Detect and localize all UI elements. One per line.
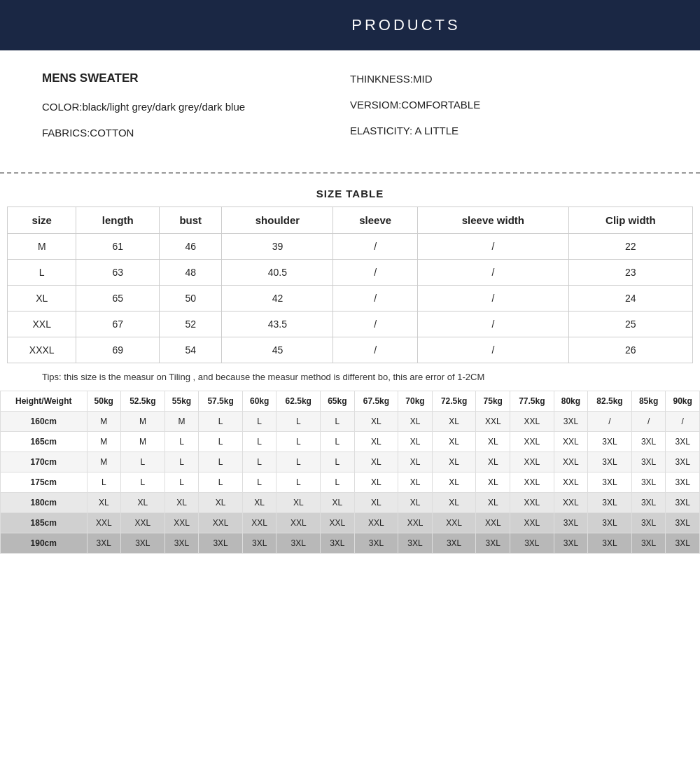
wh-size-cell: 3XL [354, 533, 398, 554]
table-row: 160cmMMMLLLLXLXLXLXXLXXL3XL/// [1, 412, 700, 432]
size-table-col-header: shoulder [222, 207, 333, 234]
wh-size-cell: XL [398, 432, 433, 452]
wh-size-cell: 3XL [631, 472, 666, 493]
wh-size-cell: 3XL [588, 432, 632, 452]
wh-size-cell: L [199, 412, 243, 432]
wh-size-cell: 3XL [666, 513, 700, 533]
table-row: 180cmXLXLXLXLXLXLXLXLXLXLXLXXLXXL3XL3XL3… [1, 493, 700, 513]
size-table-col-header: sleeve width [417, 207, 568, 234]
wh-size-cell: 3XL [554, 412, 588, 432]
wh-size-cell: L [121, 452, 165, 472]
product-color: COLOR:black/light grey/dark grey/dark bl… [42, 99, 350, 114]
wh-size-cell: 3XL [476, 533, 510, 554]
table-cell: 48 [160, 260, 222, 286]
wh-size-cell: 3XL [588, 533, 632, 554]
wh-col-header: 57.5kg [199, 391, 243, 412]
wh-size-cell: XL [354, 432, 398, 452]
table-cell: 52 [160, 312, 222, 337]
table-cell: 45 [222, 337, 333, 363]
wh-size-cell: 3XL [631, 493, 666, 513]
wh-table-header-row: Height/Weight50kg52.5kg55kg57.5kg60kg62.… [1, 391, 700, 412]
size-table-section: SIZE TABLE sizelengthbustshouldersleeves… [0, 188, 700, 363]
wh-size-cell: XL [354, 412, 398, 432]
size-table-title: SIZE TABLE [7, 188, 693, 200]
wh-height-label: 185cm [1, 513, 88, 533]
table-cell: 26 [568, 337, 692, 363]
table-cell: 42 [222, 286, 333, 312]
product-fabrics: FABRICS:COTTON [42, 125, 350, 140]
wh-col-header: 67.5kg [354, 391, 398, 412]
wh-size-cell: 3XL [276, 533, 321, 554]
wh-table-section: Height/Weight50kg52.5kg55kg57.5kg60kg62.… [0, 391, 700, 554]
header-title-area: PRODUCTS [112, 16, 700, 34]
table-cell: XXXL [8, 337, 76, 363]
wh-col-header: 77.5kg [510, 391, 554, 412]
size-table-col-header: sleeve [333, 207, 418, 234]
wh-size-cell: L [321, 412, 355, 432]
product-info: MENS SWEATER COLOR:black/light grey/dark… [0, 50, 700, 165]
wh-size-cell: XXL [510, 412, 554, 432]
wh-size-cell: L [321, 452, 355, 472]
table-row: XL655042//24 [8, 286, 693, 312]
wh-size-cell: XXL [554, 472, 588, 493]
size-table-header-row: sizelengthbustshouldersleevesleeve width… [8, 207, 693, 234]
table-cell: 24 [568, 286, 692, 312]
tips-text: Tips: this size is the measur on Tiling … [0, 363, 700, 391]
table-cell: 50 [160, 286, 222, 312]
wh-col-header: 80kg [554, 391, 588, 412]
wh-size-cell: XXL [476, 513, 510, 533]
page-title: PRODUCTS [351, 16, 460, 34]
wh-size-cell: XL [398, 412, 433, 432]
wh-size-cell: M [121, 432, 165, 452]
table-row: 190cm3XL3XL3XL3XL3XL3XL3XL3XL3XL3XL3XL3X… [1, 533, 700, 554]
wh-size-cell: XL [87, 493, 121, 513]
wh-size-cell: / [666, 412, 700, 432]
wh-height-label: 180cm [1, 493, 88, 513]
wh-size-cell: 3XL [588, 452, 632, 472]
wh-size-cell: L [199, 472, 243, 493]
wh-size-cell: L [199, 432, 243, 452]
wh-size-cell: 3XL [398, 533, 433, 554]
wh-table: Height/Weight50kg52.5kg55kg57.5kg60kg62.… [0, 391, 700, 554]
table-cell: / [333, 337, 418, 363]
table-cell: 69 [76, 337, 160, 363]
wh-size-cell: 3XL [554, 533, 588, 554]
section-divider [0, 172, 700, 174]
product-title: MENS SWEATER [42, 71, 350, 85]
header-logo [0, 0, 112, 50]
table-cell: / [333, 312, 418, 337]
table-cell: 40.5 [222, 260, 333, 286]
wh-size-cell: XL [354, 472, 398, 493]
product-thickness: THINKNESS:MID [350, 71, 658, 86]
wh-size-cell: L [276, 432, 321, 452]
table-row: L634840.5//23 [8, 260, 693, 286]
wh-size-cell: XL [432, 472, 476, 493]
table-cell: / [333, 286, 418, 312]
wh-size-cell: XL [242, 493, 276, 513]
wh-size-cell: XXL [321, 513, 355, 533]
wh-size-cell: L [164, 432, 199, 452]
wh-size-cell: L [121, 472, 165, 493]
size-table-col-header: length [76, 207, 160, 234]
wh-size-cell: 3XL [87, 533, 121, 554]
wh-size-cell: 3XL [242, 533, 276, 554]
wh-size-cell: M [87, 432, 121, 452]
wh-size-cell: XL [476, 493, 510, 513]
table-cell: 25 [568, 312, 692, 337]
table-cell: / [417, 286, 568, 312]
table-row: XXL675243.5//25 [8, 312, 693, 337]
wh-size-cell: XXL [554, 493, 588, 513]
wh-size-cell: L [321, 472, 355, 493]
table-cell: / [417, 234, 568, 260]
wh-size-cell: 3XL [631, 432, 666, 452]
table-row: 175cmLLLLLLLXLXLXLXLXXLXXL3XL3XL3XL [1, 472, 700, 493]
table-cell: 22 [568, 234, 692, 260]
wh-size-cell: XL [199, 493, 243, 513]
wh-size-cell: XXL [432, 513, 476, 533]
wh-size-cell: 3XL [432, 533, 476, 554]
wh-size-cell: 3XL [666, 432, 700, 452]
wh-size-cell: XXL [510, 452, 554, 472]
table-cell: / [417, 337, 568, 363]
wh-size-cell: XL [476, 432, 510, 452]
wh-size-cell: L [164, 452, 199, 472]
